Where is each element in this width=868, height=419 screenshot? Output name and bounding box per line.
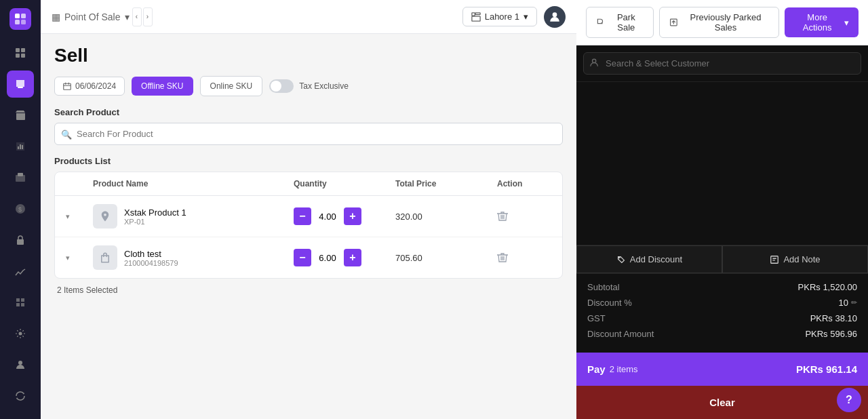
col-product-name: Product Name xyxy=(93,179,294,188)
search-product-wrap: 🔍 xyxy=(54,123,563,145)
online-sku-button[interactable]: Online SKU xyxy=(200,76,263,96)
discount-amount-label: Discount Amount xyxy=(587,329,654,339)
top-bar: ▦ Point Of Sale ▾ ‹ › Lahore 1 ▾ xyxy=(41,0,576,34)
product-info-1: Cloth test 2100004198579 xyxy=(93,245,294,270)
subtotal-row: Subtotal PKRs 1,520.00 xyxy=(587,282,857,292)
add-note-label: Add Note xyxy=(783,254,820,264)
customer-search-input[interactable] xyxy=(583,52,861,75)
sidebar-item-finance[interactable]: $ xyxy=(7,195,34,222)
row-chevron-0[interactable]: ▾ xyxy=(66,212,93,221)
sidebar-item-pos[interactable] xyxy=(7,71,34,98)
discount-amount-value: PKRs 596.96 xyxy=(805,329,857,339)
previously-parked-label: Previously Parked Sales xyxy=(682,12,770,33)
sidebar-item-settings[interactable] xyxy=(7,320,34,347)
park-sale-button[interactable]: Park Sale xyxy=(586,7,654,38)
delete-button-0[interactable] xyxy=(497,211,508,222)
table-row: ▾ Xstak Product 1 XP-01 − xyxy=(55,196,562,237)
park-sale-label: Park Sale xyxy=(609,12,644,33)
qty-minus-0[interactable]: − xyxy=(294,207,311,225)
subtotal-label: Subtotal xyxy=(587,282,620,292)
collapse-arrow[interactable]: ‹ xyxy=(132,7,142,26)
tax-exclusive-toggle[interactable] xyxy=(269,79,294,93)
avatar-icon xyxy=(549,11,561,23)
tax-exclusive-label: Tax Exclusive xyxy=(299,81,349,91)
date-button[interactable]: 06/06/2024 xyxy=(54,77,125,96)
previously-parked-button[interactable]: Previously Parked Sales xyxy=(659,7,779,38)
action-cell-1 xyxy=(497,252,551,263)
customer-search-icon xyxy=(590,58,599,69)
svg-rect-26 xyxy=(771,256,778,263)
clear-button[interactable]: Clear xyxy=(576,386,868,419)
action-buttons: Add Discount Add Note xyxy=(576,245,868,273)
offline-sku-button[interactable]: Offline SKU xyxy=(132,77,193,96)
expand-arrow[interactable]: › xyxy=(143,7,153,26)
svg-text:$: $ xyxy=(18,206,22,213)
add-discount-button[interactable]: Add Discount xyxy=(576,245,722,273)
svg-rect-7 xyxy=(21,54,25,58)
left-panel: ▦ Point Of Sale ▾ ‹ › Lahore 1 ▾ xyxy=(41,0,576,419)
black-area xyxy=(576,82,868,245)
svg-rect-19 xyxy=(472,12,475,15)
help-button[interactable]: ? xyxy=(837,388,861,412)
svg-rect-1 xyxy=(21,14,26,18)
top-bar-right: Lahore 1 ▾ xyxy=(462,6,566,28)
location-button[interactable]: Lahore 1 ▾ xyxy=(462,7,537,26)
qty-plus-1[interactable]: + xyxy=(344,249,361,266)
qty-minus-1[interactable]: − xyxy=(294,249,311,266)
total-price-1: 705.60 xyxy=(395,253,497,263)
trash-icon-1 xyxy=(497,252,508,263)
tax-exclusive-toggle-wrap: Tax Exclusive xyxy=(269,79,349,93)
subtotal-value: PKRs 1,520.00 xyxy=(798,282,857,292)
search-product-input[interactable] xyxy=(54,123,563,145)
product-details-1: Cloth test 2100004198579 xyxy=(124,249,178,267)
parked-icon xyxy=(669,18,678,27)
toggle-knob xyxy=(271,81,281,92)
product-sku-0: XP-01 xyxy=(124,218,186,226)
col-quantity: Quantity xyxy=(294,179,395,188)
svg-rect-4 xyxy=(16,48,20,52)
sidebar-item-inventory[interactable] xyxy=(7,164,34,191)
customer-search-wrap xyxy=(576,45,868,82)
sidebar-item-orders[interactable] xyxy=(7,102,34,129)
svg-rect-16 xyxy=(17,239,24,245)
add-note-button[interactable]: Add Note xyxy=(722,245,868,273)
row-chevron-1[interactable]: ▾ xyxy=(66,254,93,262)
svg-point-25 xyxy=(593,59,596,62)
online-sku-label: Online SKU xyxy=(210,81,253,91)
gst-row: GST PKRs 38.10 xyxy=(587,313,857,323)
user-avatar[interactable] xyxy=(544,6,566,28)
product-info-0: Xstak Product 1 XP-01 xyxy=(93,204,294,228)
offline-sku-label: Offline SKU xyxy=(141,81,183,91)
sidebar-item-customers[interactable] xyxy=(7,351,34,378)
app-logo[interactable] xyxy=(9,8,31,30)
quantity-wrap-1: − 6.00 + xyxy=(294,249,395,266)
svg-rect-9 xyxy=(18,146,19,149)
quantity-wrap-0: − 4.00 + xyxy=(294,207,395,225)
add-discount-label: Add Discount xyxy=(630,254,682,264)
note-icon xyxy=(770,255,779,264)
svg-rect-23 xyxy=(64,83,71,89)
qty-plus-0[interactable]: + xyxy=(344,207,361,225)
sidebar-item-lock[interactable] xyxy=(7,226,34,254)
pay-button[interactable]: Pay 2 items PKRs 961.14 xyxy=(576,353,868,386)
qty-value-1: 6.00 xyxy=(314,253,341,263)
svg-point-18 xyxy=(18,361,22,365)
product-img-icon-0 xyxy=(99,210,111,222)
sidebar-item-sync[interactable] xyxy=(7,382,34,410)
discount-row: Discount % 10 ✏ xyxy=(587,298,857,308)
more-actions-button[interactable]: More Actions ▾ xyxy=(785,7,859,37)
right-panel: Park Sale Previously Parked Sales More A… xyxy=(576,0,868,419)
location-icon xyxy=(471,12,481,22)
svg-rect-11 xyxy=(22,145,23,149)
sidebar-item-reports[interactable] xyxy=(7,133,34,160)
sidebar-item-categories[interactable] xyxy=(7,289,34,316)
items-selected: 2 Items Selected xyxy=(54,279,563,295)
delete-button-1[interactable] xyxy=(497,252,508,263)
product-image-0 xyxy=(93,204,117,228)
right-top-bar: Park Sale Previously Parked Sales More A… xyxy=(576,0,868,45)
pay-items-count: 2 items xyxy=(610,364,638,374)
discount-edit-icon[interactable]: ✏ xyxy=(851,298,857,307)
sidebar-item-dashboard[interactable] xyxy=(7,39,34,66)
svg-rect-0 xyxy=(15,14,20,18)
sidebar-item-analytics[interactable] xyxy=(7,258,34,285)
